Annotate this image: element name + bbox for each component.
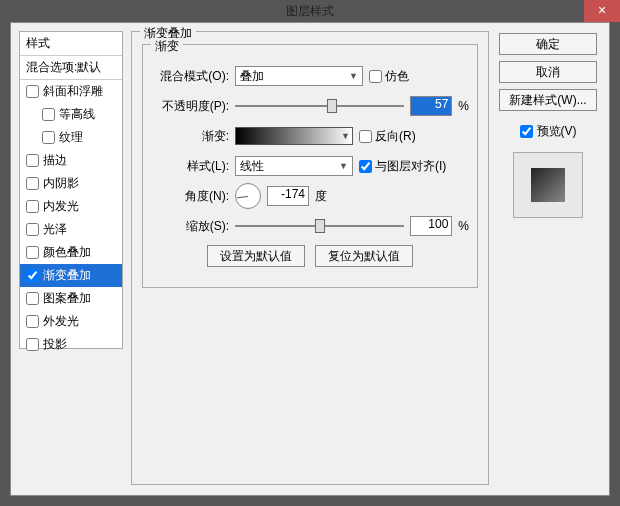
ok-button[interactable]: 确定 bbox=[499, 33, 597, 55]
style-item-label: 描边 bbox=[43, 152, 67, 169]
style-item-7[interactable]: 颜色叠加 bbox=[20, 241, 122, 264]
style-item-label: 纹理 bbox=[59, 129, 83, 146]
blend-mode-select[interactable]: 叠加▼ bbox=[235, 66, 363, 86]
window-title: 图层样式 bbox=[286, 4, 334, 18]
gradient-picker[interactable]: ▼ bbox=[235, 127, 353, 145]
gradient-subgroup: 渐变 混合模式(O): 叠加▼ 仿色 不透明度(P): 57 bbox=[142, 44, 478, 288]
set-default-button[interactable]: 设置为默认值 bbox=[207, 245, 305, 267]
angle-label: 角度(N): bbox=[151, 188, 229, 205]
style-item-label: 内发光 bbox=[43, 198, 79, 215]
style-item-8[interactable]: 渐变叠加 bbox=[20, 264, 122, 287]
style-item-label: 外发光 bbox=[43, 313, 79, 330]
style-item-label: 投影 bbox=[43, 336, 67, 353]
scale-slider[interactable] bbox=[235, 217, 404, 235]
style-item-checkbox[interactable] bbox=[26, 223, 39, 236]
style-item-checkbox[interactable] bbox=[26, 177, 39, 190]
style-item-label: 颜色叠加 bbox=[43, 244, 91, 261]
gradient-label: 渐变: bbox=[151, 128, 229, 145]
style-item-4[interactable]: 内阴影 bbox=[20, 172, 122, 195]
style-item-label: 光泽 bbox=[43, 221, 67, 238]
style-item-checkbox[interactable] bbox=[26, 85, 39, 98]
angle-input[interactable]: -174 bbox=[267, 186, 309, 206]
style-item-checkbox[interactable] bbox=[26, 200, 39, 213]
style-item-1[interactable]: 等高线 bbox=[20, 103, 122, 126]
title-bar: 图层样式 bbox=[0, 0, 620, 22]
chevron-down-icon: ▼ bbox=[341, 131, 350, 141]
align-checkbox[interactable]: 与图层对齐(I) bbox=[359, 158, 446, 175]
close-button[interactable]: × bbox=[584, 0, 620, 22]
style-item-checkbox[interactable] bbox=[42, 131, 55, 144]
subgroup-title: 渐变 bbox=[151, 38, 183, 55]
style-item-checkbox[interactable] bbox=[26, 292, 39, 305]
cancel-button[interactable]: 取消 bbox=[499, 61, 597, 83]
styles-header: 样式 bbox=[20, 32, 122, 56]
scale-label: 缩放(S): bbox=[151, 218, 229, 235]
chevron-down-icon: ▼ bbox=[349, 71, 358, 81]
reverse-checkbox[interactable]: 反向(R) bbox=[359, 128, 416, 145]
preview-checkbox[interactable]: 预览(V) bbox=[499, 123, 597, 140]
blend-mode-label: 混合模式(O): bbox=[151, 68, 229, 85]
style-item-0[interactable]: 斜面和浮雕 bbox=[20, 80, 122, 103]
opacity-input[interactable]: 57 bbox=[410, 96, 452, 116]
style-item-2[interactable]: 纹理 bbox=[20, 126, 122, 149]
style-item-10[interactable]: 外发光 bbox=[20, 310, 122, 333]
dialog: 样式 混合选项:默认 斜面和浮雕等高线纹理描边内阴影内发光光泽颜色叠加渐变叠加图… bbox=[10, 22, 610, 496]
style-item-label: 内阴影 bbox=[43, 175, 79, 192]
preview-swatch-inner bbox=[531, 168, 565, 202]
gradient-overlay-group: 渐变叠加 渐变 混合模式(O): 叠加▼ 仿色 不透明度(P): bbox=[131, 31, 489, 485]
style-item-label: 渐变叠加 bbox=[43, 267, 91, 284]
right-panel: 确定 取消 新建样式(W)... 预览(V) bbox=[499, 33, 597, 218]
style-item-checkbox[interactable] bbox=[26, 269, 39, 282]
blend-options-header[interactable]: 混合选项:默认 bbox=[20, 56, 122, 80]
style-item-label: 等高线 bbox=[59, 106, 95, 123]
style-item-checkbox[interactable] bbox=[26, 154, 39, 167]
style-item-checkbox[interactable] bbox=[42, 108, 55, 121]
style-item-11[interactable]: 投影 bbox=[20, 333, 122, 356]
new-style-button[interactable]: 新建样式(W)... bbox=[499, 89, 597, 111]
style-item-3[interactable]: 描边 bbox=[20, 149, 122, 172]
style-item-9[interactable]: 图案叠加 bbox=[20, 287, 122, 310]
scale-input[interactable]: 100 bbox=[410, 216, 452, 236]
dither-checkbox[interactable]: 仿色 bbox=[369, 68, 409, 85]
preview-swatch bbox=[513, 152, 583, 218]
opacity-slider[interactable] bbox=[235, 97, 404, 115]
style-item-label: 斜面和浮雕 bbox=[43, 83, 103, 100]
reset-default-button[interactable]: 复位为默认值 bbox=[315, 245, 413, 267]
style-item-checkbox[interactable] bbox=[26, 338, 39, 351]
styles-list: 样式 混合选项:默认 斜面和浮雕等高线纹理描边内阴影内发光光泽颜色叠加渐变叠加图… bbox=[19, 31, 123, 349]
style-item-checkbox[interactable] bbox=[26, 246, 39, 259]
style-item-label: 图案叠加 bbox=[43, 290, 91, 307]
style-label: 样式(L): bbox=[151, 158, 229, 175]
style-item-6[interactable]: 光泽 bbox=[20, 218, 122, 241]
style-item-5[interactable]: 内发光 bbox=[20, 195, 122, 218]
chevron-down-icon: ▼ bbox=[339, 161, 348, 171]
style-select[interactable]: 线性▼ bbox=[235, 156, 353, 176]
angle-dial[interactable] bbox=[235, 183, 261, 209]
style-item-checkbox[interactable] bbox=[26, 315, 39, 328]
opacity-label: 不透明度(P): bbox=[151, 98, 229, 115]
